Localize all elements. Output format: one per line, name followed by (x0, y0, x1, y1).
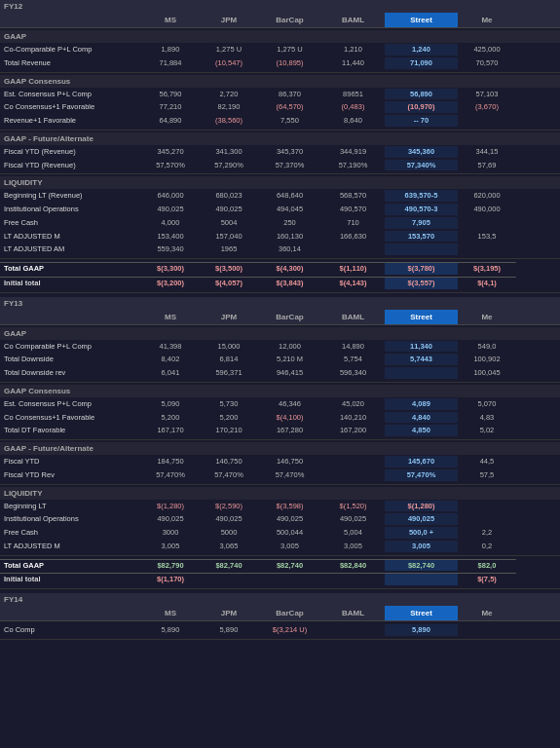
cell-jpm: (38,560) (200, 115, 258, 127)
cell-me (458, 513, 516, 525)
cell-baml: 596,340 (321, 367, 385, 379)
cell-me: 2,2 (458, 527, 516, 539)
cell-ms: 57,570% (141, 160, 200, 171)
cell-baml: 5,004 (321, 527, 385, 539)
group-title-consensus-1: GAAP Consensus (0, 75, 560, 88)
cell-baml (321, 456, 385, 468)
cell-barcap: 3,005 (258, 541, 321, 552)
col-label (0, 606, 141, 620)
cell-baml: 11,440 (321, 57, 385, 69)
table-row: Free Cash 3000 5000 500,044 5,004 500,0 … (0, 526, 560, 540)
cell-jpm: 490,025 (200, 513, 258, 525)
cell-street: 4,089 (385, 398, 458, 410)
row-label: Beginning LT (0, 501, 141, 512)
table-row: Beginning LT $(1,280) $(2,590) $(3,598) … (0, 500, 560, 513)
cell-barcap: $(3,843) (258, 277, 321, 289)
group-gaap-future-1: GAAP - Future/Alternate Fiscal YTD (Reve… (0, 131, 560, 175)
col-me: Me (458, 310, 516, 324)
cell-street: $82,740 (385, 559, 458, 572)
cell-ms: 1,890 (141, 44, 200, 56)
cell-baml (321, 624, 385, 636)
table-row: Initial total $(3,200) $(4,057) $(3,843)… (0, 276, 560, 290)
section-title-fy14: FY14 (0, 593, 560, 606)
section-title-fy12: FY12 (0, 0, 560, 13)
table-row: Fiscal YTD (Revenue) 345,270 341,300 345… (0, 145, 560, 159)
cell-me: 344,15 (458, 146, 516, 158)
cell-ms: 71,884 (141, 57, 200, 69)
table-row: Total Downside rev 6,041 596,371 946,415… (0, 366, 560, 380)
table-row: Co Consensus+1 Favorable 5,200 5,200 $(4… (0, 411, 560, 425)
table-row: LT ADJUSTED AM 559,340 1965 360,14 (0, 243, 560, 256)
row-label: Co Comparable P+L Comp (0, 341, 141, 353)
cell-street: 11,340 (385, 341, 458, 353)
cell-street (385, 573, 458, 585)
cell-ms: 184,750 (141, 456, 200, 468)
cell-baml: $(4,143) (321, 277, 385, 289)
cell-ms: 3000 (141, 527, 200, 539)
cell-ms: $(3,300) (141, 262, 200, 275)
column-headers-3: MS JPM BarCap BAML Street Me (0, 606, 560, 621)
group-gaap-2: GAAP Co Comparable P+L Comp 41,398 15,00… (0, 325, 560, 383)
cell-baml (321, 469, 385, 481)
cell-baml: 14,890 (321, 341, 385, 353)
row-label: Total GAAP (0, 262, 141, 275)
cell-ms: 5,200 (141, 412, 200, 424)
cell-street: 490,570-3 (385, 204, 458, 215)
row-label: Fiscal YTD (Revenue) (0, 146, 141, 158)
table-row: LT ADJUSTED M 3,005 3,065 3,005 3,005 3,… (0, 540, 560, 553)
col-barcap: BarCap (258, 13, 321, 27)
cell-jpm: 15,000 (200, 341, 258, 353)
cell-baml: 8,640 (321, 115, 385, 127)
cell-me (458, 501, 516, 512)
cell-street: 57,340% (385, 160, 458, 171)
cell-baml: $82,840 (321, 559, 385, 572)
cell-street: 3,005 (385, 541, 458, 552)
cell-barcap: $(4,100) (258, 412, 321, 424)
row-label: Fiscal YTD (0, 456, 141, 468)
cell-jpm: 6,814 (200, 354, 258, 365)
cell-jpm: 157,040 (200, 231, 258, 243)
table-row: Institutional Operations 490,025 490,025… (0, 512, 560, 526)
cell-baml: 490,570 (321, 204, 385, 215)
cell-ms: 559,340 (141, 243, 200, 255)
section-fy12: FY12 MS JPM BarCap BAML Street Me GAAP C… (0, 0, 560, 293)
cell-me: 549,0 (458, 341, 516, 353)
cell-jpm: 170,210 (200, 425, 258, 436)
col-jpm: JPM (200, 606, 258, 620)
cell-jpm: 57,290% (200, 160, 258, 171)
cell-ms: 56,790 (141, 89, 200, 100)
cell-jpm (200, 573, 258, 585)
row-label: Fiscal YTD (Revenue) (0, 160, 141, 171)
cell-ms: $(1,280) (141, 501, 200, 512)
cell-jpm: 5,890 (200, 624, 258, 636)
cell-barcap: 360,14 (258, 243, 321, 255)
cell-baml (321, 243, 385, 255)
cell-barcap: 490,025 (258, 513, 321, 525)
cell-ms: $(1,170) (141, 573, 200, 585)
section-fy14: FY14 MS JPM BarCap BAML Street Me Co Com… (0, 593, 560, 640)
row-label: Total DT Favorable (0, 425, 141, 436)
section-title-fy13: FY13 (0, 297, 560, 310)
table-row: Fiscal YTD 184,750 146,750 146,750 145,6… (0, 455, 560, 468)
cell-ms: 5,090 (141, 398, 200, 410)
cell-baml: 1,210 (321, 44, 385, 56)
table-row: Revenue+1 Favorable 64,890 (38,560) 7,55… (0, 114, 560, 128)
cell-barcap: 146,750 (258, 456, 321, 468)
cell-barcap (258, 573, 321, 585)
cell-me: 620,000 (458, 190, 516, 202)
table-row: Fiscal YTD Rev 57,470% 57,470% 57,470% 5… (0, 468, 560, 482)
col-me: Me (458, 606, 516, 620)
cell-barcap: 494,045 (258, 204, 321, 215)
cell-ms: $82,790 (141, 559, 200, 572)
cell-street: $(3,780) (385, 262, 458, 275)
cell-street (385, 367, 458, 379)
table-row: Total Downside 8,402 6,814 5,210 M 5,754… (0, 353, 560, 366)
column-headers-1: MS JPM BarCap BAML Street Me (0, 13, 560, 28)
cell-me: 425,000 (458, 44, 516, 56)
table-row: Co-Comparable P+L Comp 1,890 1,275 U 1,2… (0, 43, 560, 56)
cell-street: 57,470% (385, 469, 458, 481)
group-total-2: Total GAAP $82,790 $82,740 $82,740 $82,8… (0, 556, 560, 590)
col-jpm: JPM (200, 13, 258, 27)
table-row: Est. Consensus P+L Comp 5,090 5,730 46,3… (0, 397, 560, 411)
group-title-consensus-2: GAAP Consensus (0, 385, 560, 397)
